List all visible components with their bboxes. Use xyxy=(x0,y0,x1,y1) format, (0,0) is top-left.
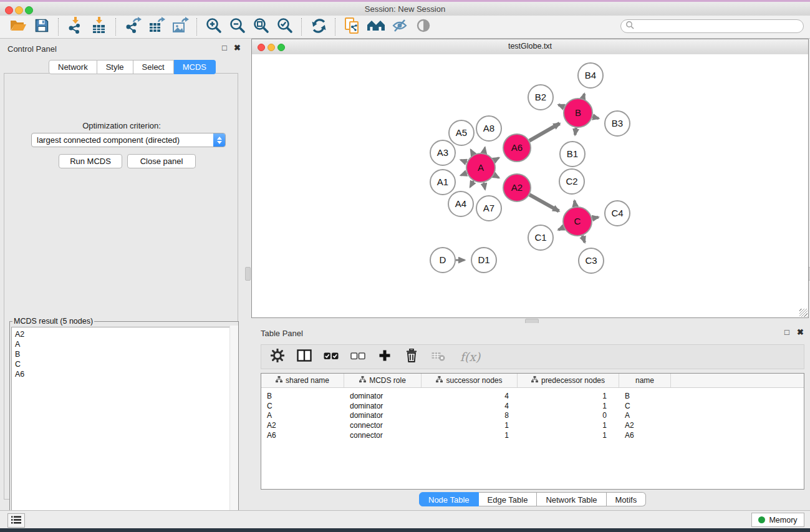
mcds-result-item[interactable]: A2 xyxy=(12,329,236,339)
edge-A6-B[interactable] xyxy=(529,123,560,141)
edge-B-B4[interactable] xyxy=(583,94,585,99)
toolbar-separator xyxy=(115,18,117,36)
search-input[interactable] xyxy=(634,21,803,31)
table-settings-button[interactable] xyxy=(269,349,286,365)
tab-network[interactable]: Network xyxy=(49,60,97,74)
tab-mcds[interactable]: MCDS xyxy=(174,60,216,74)
zoom-in-button[interactable] xyxy=(203,17,224,36)
deselect-all-button[interactable] xyxy=(349,349,367,365)
delete-column-button[interactable] xyxy=(403,349,420,365)
select-all-button[interactable] xyxy=(322,349,340,365)
table-row[interactable]: A2connector11A2 xyxy=(261,420,804,430)
refresh-button[interactable] xyxy=(308,17,329,36)
zoom-selected-button[interactable] xyxy=(274,17,296,36)
mcds-list-scrollbar[interactable] xyxy=(229,326,238,527)
edge-B-B2[interactable] xyxy=(559,105,564,107)
column-header-mcds-role[interactable]: MCDS role xyxy=(344,374,422,387)
edge-A-A4[interactable] xyxy=(470,181,473,187)
import-network-button[interactable] xyxy=(65,17,86,36)
zoom-out-icon xyxy=(229,17,246,36)
edge-A-A8[interactable] xyxy=(484,147,485,153)
edge-C-C2[interactable] xyxy=(574,201,575,207)
tab-motifs[interactable]: Motifs xyxy=(607,492,647,506)
edge-A-A1[interactable] xyxy=(461,173,467,176)
control-panel-tabs: NetworkStyleSelectMCDS xyxy=(49,60,216,74)
table-cell: 1 xyxy=(518,421,619,430)
network-canvas[interactable]: B4B2BB3B1A5A8A3A6AA1A2C2A4A7CC1C4C3DD1 xyxy=(252,54,808,317)
window-resize-grip[interactable] xyxy=(799,309,808,317)
tab-style[interactable]: Style xyxy=(97,60,133,74)
optimization-criterion-select[interactable]: largest connected component (directed) xyxy=(31,133,226,147)
memory-button[interactable]: Memory xyxy=(751,513,804,527)
table-row[interactable]: Cdominator41C xyxy=(261,401,804,411)
mcds-result-item[interactable]: B xyxy=(12,349,236,359)
delete-table-button[interactable] xyxy=(430,349,447,365)
zoom-out-button[interactable] xyxy=(227,17,248,36)
import-table-button[interactable] xyxy=(89,17,110,36)
clone-network-button[interactable] xyxy=(342,17,363,36)
show-elements-button[interactable] xyxy=(413,17,434,36)
network-window-title-bar[interactable]: testGlobe.txt xyxy=(252,39,808,55)
close-panel-icon[interactable]: ✖ xyxy=(234,43,241,52)
network-window: testGlobe.txt B4B2BB3B1A5A8A3A6AA1A2C2A4… xyxy=(251,39,809,318)
mcds-result-item[interactable]: C xyxy=(12,359,236,369)
column-header-shared-name[interactable]: shared name xyxy=(261,374,344,387)
node-label-A1: A1 xyxy=(437,177,448,187)
export-network-button[interactable] xyxy=(122,17,143,36)
edge-A2-C[interactable] xyxy=(529,195,559,211)
tab-edge-table[interactable]: Edge Table xyxy=(479,492,538,506)
memory-label: Memory xyxy=(769,516,797,525)
close-table-panel-icon[interactable]: ✖ xyxy=(797,327,804,337)
hide-elements-button[interactable] xyxy=(389,17,410,36)
export-table-button[interactable] xyxy=(146,17,167,36)
save-session-button[interactable] xyxy=(31,17,52,36)
edge-C-C1[interactable] xyxy=(558,228,564,230)
tab-node-table[interactable]: Node Table xyxy=(419,492,479,506)
add-column-button[interactable] xyxy=(376,349,393,365)
mcds-result-list[interactable]: A2ABCA6 xyxy=(11,327,237,526)
node-table[interactable]: shared nameMCDS rolesuccessor nodesprede… xyxy=(261,373,804,490)
network-window-title: testGlobe.txt xyxy=(252,42,808,51)
zoom-fit-button[interactable] xyxy=(251,17,272,36)
column-header-name[interactable]: name xyxy=(619,374,671,387)
edge-A-A6[interactable] xyxy=(494,158,499,161)
edge-B-B3[interactable] xyxy=(592,117,599,118)
edge-A-A7[interactable] xyxy=(484,183,485,190)
mcds-result-item[interactable]: A xyxy=(12,339,236,349)
column-header-successor-nodes[interactable]: successor nodes xyxy=(422,374,518,387)
table-row[interactable]: Adominator80A xyxy=(261,411,804,421)
run-mcds-button[interactable]: Run MCDS xyxy=(59,154,122,168)
function-builder-button[interactable]: f(x) xyxy=(456,349,484,365)
node-label-C2: C2 xyxy=(566,176,577,186)
export-image-button[interactable] xyxy=(170,17,191,36)
toolbar-separator xyxy=(58,18,59,36)
edge-A-A2[interactable] xyxy=(494,175,499,178)
table-row[interactable]: A6connector11A6 xyxy=(261,430,804,440)
table-cell: A6 xyxy=(619,431,671,440)
edge-A-A5[interactable] xyxy=(471,150,473,155)
table-header-row: shared nameMCDS rolesuccessor nodesprede… xyxy=(261,374,804,388)
task-history-button[interactable] xyxy=(7,513,25,528)
function-icon: f(x) xyxy=(460,350,481,364)
float-panel-icon[interactable]: □ xyxy=(222,43,227,52)
column-layout-button[interactable] xyxy=(296,349,313,365)
home-view-button[interactable] xyxy=(365,17,387,36)
edge-C-C3[interactable] xyxy=(582,236,585,243)
table-row[interactable]: Bdominator41B xyxy=(261,391,804,401)
close-panel-button[interactable]: Close panel xyxy=(127,154,196,168)
left-split-handle[interactable] xyxy=(245,267,251,281)
open-session-button[interactable] xyxy=(7,17,29,36)
search-icon xyxy=(625,21,634,32)
search-box[interactable] xyxy=(620,19,804,33)
tab-select[interactable]: Select xyxy=(133,60,174,74)
edge-C-C4[interactable] xyxy=(592,217,599,218)
tab-network-table[interactable]: Network Table xyxy=(537,492,606,506)
edge-B-B1[interactable] xyxy=(575,128,576,135)
mcds-result-item[interactable]: A6 xyxy=(12,369,236,379)
float-table-panel-icon[interactable]: □ xyxy=(784,327,789,337)
column-header-predecessor-nodes[interactable]: predecessor nodes xyxy=(518,374,619,387)
table-panel-title: Table Panel xyxy=(261,329,303,338)
table-cell: 1 xyxy=(518,431,619,440)
node-label-C1: C1 xyxy=(534,232,546,243)
edge-A-A3[interactable] xyxy=(461,160,467,162)
